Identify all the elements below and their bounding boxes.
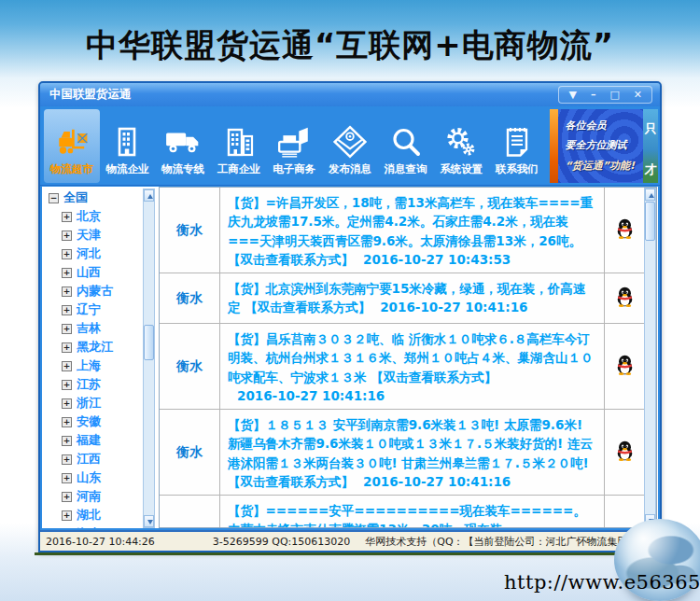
qq-cell[interactable] bbox=[604, 324, 644, 409]
qq-icon[interactable] bbox=[616, 440, 634, 465]
expand-icon[interactable]: + bbox=[62, 305, 72, 315]
sidebar-item-label: 北京 bbox=[77, 208, 101, 225]
forklift-icon bbox=[54, 121, 90, 162]
qq-cell[interactable] bbox=[604, 273, 644, 323]
sidebar-item-root[interactable]: −全国 bbox=[44, 189, 141, 207]
expand-icon[interactable]: + bbox=[62, 436, 72, 446]
table-row[interactable]: 衡水【货】======安平==========现在装车======。内蒙古赤峰市… bbox=[160, 496, 644, 527]
sidebar-item-region[interactable]: +内蒙古 bbox=[44, 282, 141, 300]
scroll-down-icon[interactable] bbox=[144, 515, 154, 527]
toolbar-item-label: 系统设置 bbox=[440, 162, 483, 176]
sidebar-item-region[interactable]: +山西 bbox=[44, 263, 141, 282]
expand-icon[interactable]: + bbox=[62, 268, 72, 278]
toolbar-item-gear[interactable]: 系统设置 bbox=[433, 109, 489, 183]
expand-icon[interactable]: + bbox=[62, 492, 72, 502]
rollup-button[interactable]: ▼ bbox=[568, 88, 576, 102]
toolbar-item-mail[interactable]: 发布消息 bbox=[322, 109, 378, 183]
sidebar-item-region[interactable]: +福建 bbox=[44, 431, 141, 450]
sidebar-item-region[interactable]: +江苏 bbox=[44, 375, 141, 394]
close-button[interactable]: ✕ bbox=[634, 88, 642, 102]
sidebar-item-region[interactable]: +吉林 bbox=[44, 319, 141, 338]
minimize-button[interactable]: – bbox=[591, 88, 596, 102]
tree-scroll-thumb[interactable] bbox=[144, 325, 154, 360]
toolbar-item-buildings[interactable]: 工商企业 bbox=[211, 109, 267, 183]
qq-icon[interactable] bbox=[616, 217, 634, 243]
qq-icon[interactable] bbox=[616, 286, 634, 311]
region-tree: −全国+北京+天津+河北+山西+内蒙古+辽宁+吉林+黑龙江+上海+江苏+浙江+安… bbox=[44, 189, 141, 528]
message-cell[interactable]: 【货】======安平==========现在装车======。内蒙古赤峰市克什… bbox=[220, 496, 604, 527]
table-row[interactable]: 衡水【货】北京滨州到东莞南宁要15米冷藏，绿通，现在装，价高速定 【双击查看联系… bbox=[160, 273, 644, 324]
toolbar-item-building[interactable]: 物流企业 bbox=[100, 109, 156, 183]
message-cell[interactable]: 【货】=许昌开发区，18吨，需13米高栏车，现在装车====重庆九龙坡需17.5… bbox=[220, 188, 604, 273]
expand-icon[interactable]: + bbox=[62, 249, 72, 259]
table-row[interactable]: 衡水【货】昌乐莒南３０３２吨、临 沂衡水１０吨求６.８高栏车今订明装、杭州台州求… bbox=[160, 324, 644, 410]
toolbar-item-search[interactable]: 消息查询 bbox=[378, 109, 434, 183]
expand-icon[interactable]: + bbox=[62, 417, 72, 427]
table-row[interactable]: 衡水【货】=许昌开发区，18吨，需13米高栏车，现在装车====重庆九龙坡需17… bbox=[160, 188, 644, 273]
sidebar-item-region[interactable]: +上海 bbox=[44, 356, 141, 375]
expand-icon[interactable]: + bbox=[62, 361, 72, 371]
toolbar-item-label: 发布消息 bbox=[329, 162, 371, 176]
table-scroll-thumb[interactable] bbox=[645, 202, 655, 241]
sidebar-item-region[interactable]: +湖北 bbox=[44, 506, 141, 524]
table-row[interactable]: 衡水【货】１８５１３ 安平到南京需9.6米装１３吨! 太原需9.6米! 新疆乌鲁… bbox=[160, 410, 644, 496]
message-cell[interactable]: 【货】昌乐莒南３０３２吨、临 沂衡水１０吨求６.８高栏车今订明装、杭州台州求１３… bbox=[220, 324, 604, 409]
expand-icon[interactable]: + bbox=[62, 398, 72, 409]
toolbar-item-truck[interactable]: 物流专线 bbox=[155, 109, 211, 183]
mail-icon bbox=[332, 121, 368, 162]
expand-icon[interactable]: + bbox=[62, 454, 72, 465]
sidebar-item-label: 江苏 bbox=[77, 376, 101, 393]
sidebar-item-label: 内蒙古 bbox=[77, 283, 113, 300]
sidebar-item-region[interactable]: +湖南 bbox=[44, 524, 141, 528]
window-titlebar[interactable]: 中国联盟货运通 ▼–□✕ bbox=[40, 83, 660, 106]
sidebar-item-region[interactable]: +江西 bbox=[44, 450, 141, 468]
region-cell: 衡水 bbox=[160, 188, 220, 273]
expand-icon[interactable]: + bbox=[62, 231, 72, 241]
expand-icon[interactable]: + bbox=[62, 287, 72, 297]
collapse-icon[interactable]: − bbox=[49, 193, 59, 203]
sidebar-item-region[interactable]: +黑龙江 bbox=[44, 338, 141, 356]
toolbar-item-forklift[interactable]: 物流超市 bbox=[44, 109, 100, 183]
scroll-up-icon[interactable] bbox=[144, 189, 154, 202]
notepad-icon bbox=[501, 121, 533, 162]
sidebar-item-region[interactable]: +安徽 bbox=[44, 412, 141, 431]
expand-icon[interactable]: + bbox=[62, 473, 72, 483]
message-rows: 衡水【货】=许昌开发区，18吨，需13米高栏车，现在装车====重庆九龙坡需17… bbox=[160, 188, 644, 527]
page-title: 中华联盟货运通“互联网+电商物流” bbox=[0, 24, 700, 67]
website-url[interactable]: http://www.e56365.com bbox=[504, 571, 700, 594]
region-cell: 衡水 bbox=[160, 273, 220, 323]
sidebar-item-label: 湖南 bbox=[77, 525, 101, 528]
gear-icon bbox=[444, 121, 478, 162]
sidebar-item-region[interactable]: +浙江 bbox=[44, 394, 141, 412]
sidebar-item-region[interactable]: +河南 bbox=[44, 487, 141, 506]
expand-icon[interactable]: + bbox=[62, 212, 72, 222]
expand-icon[interactable]: + bbox=[62, 324, 72, 334]
scroll-up-icon[interactable] bbox=[645, 189, 655, 201]
sidebar-item-region[interactable]: +河北 bbox=[44, 245, 141, 263]
status-bar: 2016-10-27 10:44:26 3-5269599 QQ:1506130… bbox=[40, 530, 660, 551]
sidebar-item-region[interactable]: +天津 bbox=[44, 226, 141, 245]
expand-icon[interactable]: + bbox=[62, 342, 72, 353]
qq-cell[interactable] bbox=[604, 496, 644, 527]
side-banner-char: 才 bbox=[644, 161, 656, 178]
toolbar-item-notepad[interactable]: 联系我们 bbox=[489, 109, 545, 183]
qq-cell[interactable] bbox=[604, 188, 644, 273]
message-cell[interactable]: 【货】１８５１３ 安平到南京需9.6米装１３吨! 太原需9.6米! 新疆乌鲁木齐… bbox=[220, 410, 604, 495]
expand-icon[interactable]: + bbox=[62, 510, 72, 521]
maximize-button[interactable]: □ bbox=[609, 88, 619, 102]
qq-icon[interactable] bbox=[616, 354, 634, 379]
status-qq: 3-5269599 QQ:150613020 bbox=[213, 536, 350, 548]
buildings-icon bbox=[222, 121, 256, 162]
message-cell[interactable]: 【货】北京滨州到东莞南宁要15米冷藏，绿通，现在装，价高速定 【双击查看联系方式… bbox=[220, 273, 604, 323]
sidebar-item-region[interactable]: +辽宁 bbox=[44, 300, 141, 319]
table-scrollbar[interactable] bbox=[644, 188, 656, 527]
toolbar-item-ecommerce[interactable]: 电子商务 bbox=[267, 109, 323, 183]
tree-scrollbar[interactable] bbox=[143, 189, 155, 528]
expand-icon[interactable]: + bbox=[62, 380, 72, 390]
sidebar-item-region[interactable]: +北京 bbox=[44, 207, 141, 226]
qq-cell[interactable] bbox=[604, 410, 644, 495]
sidebar-item-label: 江西 bbox=[77, 451, 101, 468]
toolbar-item-label: 电子商务 bbox=[273, 162, 315, 176]
sidebar-item-region[interactable]: +山东 bbox=[44, 468, 141, 487]
message-time: 2016-10-27 10:41:16 bbox=[363, 474, 511, 489]
